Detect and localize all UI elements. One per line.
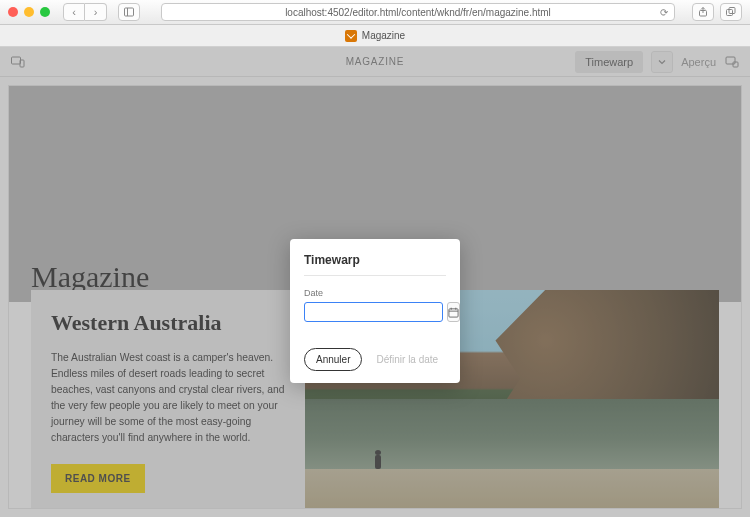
- dialog-title: Timewarp: [304, 253, 446, 276]
- sidebar-toggle-button[interactable]: [118, 3, 140, 21]
- svg-rect-0: [125, 8, 134, 16]
- tab-title: Magazine: [362, 30, 405, 41]
- forward-button[interactable]: ›: [85, 3, 107, 21]
- dialog-actions: Annuler Définir la date: [304, 348, 446, 371]
- share-button[interactable]: [692, 3, 714, 21]
- timewarp-dialog: Timewarp Date Annuler Définir la date: [290, 239, 460, 383]
- calendar-icon: [448, 307, 459, 318]
- tabs-button[interactable]: [720, 3, 742, 21]
- minimize-window-icon[interactable]: [24, 7, 34, 17]
- date-input-row: [304, 302, 446, 322]
- reload-icon[interactable]: ⟳: [660, 7, 668, 18]
- tab-strip: Magazine: [0, 25, 750, 47]
- back-button[interactable]: ‹: [63, 3, 85, 21]
- browser-tab[interactable]: Magazine: [345, 30, 405, 42]
- url-text: localhost:4502/editor.html/content/wknd/…: [285, 7, 551, 18]
- maximize-window-icon[interactable]: [40, 7, 50, 17]
- nav-back-forward: ‹ ›: [63, 3, 107, 21]
- date-input[interactable]: [304, 302, 443, 322]
- cancel-button[interactable]: Annuler: [304, 348, 362, 371]
- tab-favicon-icon: [345, 30, 357, 42]
- confirm-button: Définir la date: [370, 349, 444, 370]
- address-bar[interactable]: localhost:4502/editor.html/content/wknd/…: [161, 3, 675, 21]
- date-label: Date: [304, 288, 446, 298]
- svg-rect-9: [449, 308, 458, 316]
- close-window-icon[interactable]: [8, 7, 18, 17]
- window-traffic-lights: [8, 7, 50, 17]
- browser-chrome: ‹ › localhost:4502/editor.html/content/w…: [0, 0, 750, 25]
- calendar-picker-button[interactable]: [447, 302, 460, 322]
- viewport: MAGAZINE Timewarp Aperçu Magazine Wester…: [0, 47, 750, 517]
